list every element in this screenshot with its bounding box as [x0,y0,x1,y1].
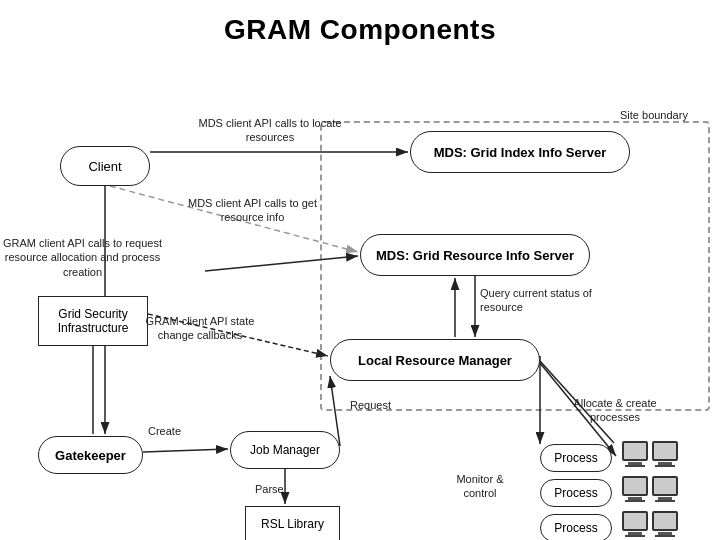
monitor-control-label: Monitor & control [440,472,520,501]
mds-client-locate-label: MDS client API calls to locate resources [190,116,350,145]
computer-group-2 [622,476,678,502]
job-manager-box: Job Manager [230,431,340,469]
create-label: Create [148,424,181,438]
svg-line-7 [143,449,228,452]
gram-client-calls-label: GRAM client API calls to request resourc… [0,236,165,279]
process2-box: Process [540,479,612,507]
mds-client-get-label: MDS client API calls to get resource inf… [175,196,330,225]
process1-box: Process [540,444,612,472]
query-current-label: Query current status of resource [480,286,610,315]
rsl-library-box: RSL Library [245,506,340,540]
request-label: Request [350,398,391,412]
mds-resource-box: MDS: Grid Resource Info Server [360,234,590,276]
computer-group-3 [622,511,678,537]
mds-index-box: MDS: Grid Index Info Server [410,131,630,173]
lrm-box: Local Resource Manager [330,339,540,381]
computer-group-1 [622,441,678,467]
parse-label: Parse [255,482,284,496]
process3-box: Process [540,514,612,540]
site-boundary-label: Site boundary [620,108,688,122]
gatekeeper-box: Gatekeeper [38,436,143,474]
client-box: Client [60,146,150,186]
diagram-area: Site boundary [0,56,720,540]
allocate-create-label: Allocate & create processes [570,396,660,425]
gram-state-change-label: GRAM client API state change callbacks [130,314,270,343]
page-title: GRAM Components [0,0,720,56]
